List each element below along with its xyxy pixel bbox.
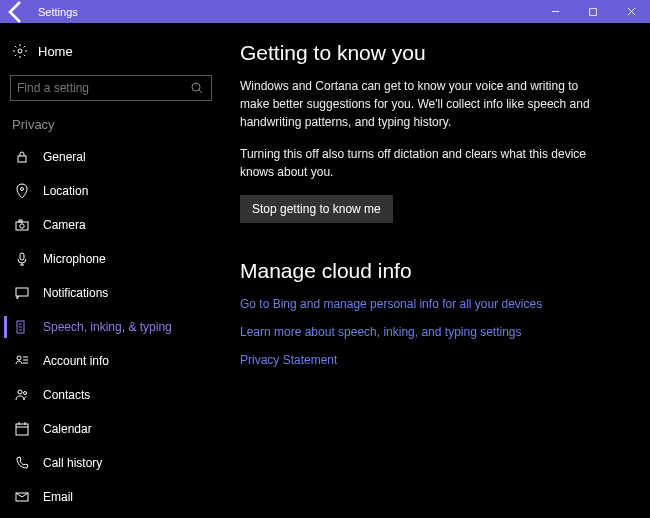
sidebar-item-label: Location: [43, 184, 88, 198]
search-box[interactable]: [10, 75, 212, 101]
sidebar-item-label: General: [43, 150, 86, 164]
close-button[interactable]: [612, 0, 650, 23]
page-heading: Getting to know you: [240, 41, 628, 65]
calendar-icon: [14, 421, 30, 437]
lock-icon: [14, 149, 30, 165]
sidebar-item-contacts[interactable]: Contacts: [0, 378, 222, 412]
section-heading: Manage cloud info: [240, 259, 628, 283]
sidebar-item-label: Camera: [43, 218, 86, 232]
svg-point-8: [20, 224, 24, 228]
svg-rect-11: [16, 288, 28, 296]
sidebar-item-label: Contacts: [43, 388, 90, 402]
description-text: Windows and Cortana can get to know your…: [240, 77, 610, 131]
window-title: Settings: [32, 6, 78, 18]
notifications-icon: [14, 285, 30, 301]
sidebar-item-general[interactable]: General: [0, 140, 222, 174]
sidebar-item-account-info[interactable]: Account info: [0, 344, 222, 378]
sidebar-item-label: Notifications: [43, 286, 108, 300]
privacy-statement-link[interactable]: Privacy Statement: [240, 353, 628, 367]
description-text: Turning this off also turns off dictatio…: [240, 145, 610, 181]
titlebar: Settings: [0, 0, 650, 23]
sidebar-item-tasks[interactable]: Tasks: [0, 514, 222, 518]
svg-point-2: [18, 49, 22, 53]
phone-icon: [14, 455, 30, 471]
stop-getting-to-know-me-button[interactable]: Stop getting to know me: [240, 195, 393, 223]
email-icon: [14, 489, 30, 505]
bing-personal-info-link[interactable]: Go to Bing and manage personal info for …: [240, 297, 628, 311]
sidebar-item-calendar[interactable]: Calendar: [0, 412, 222, 446]
svg-point-20: [18, 390, 22, 394]
back-button[interactable]: [0, 0, 32, 23]
sidebar-item-notifications[interactable]: Notifications: [0, 276, 222, 310]
svg-point-6: [21, 188, 24, 191]
search-icon: [189, 80, 205, 96]
svg-point-21: [24, 392, 27, 395]
section-label: Privacy: [0, 115, 222, 140]
home-button[interactable]: Home: [0, 35, 222, 67]
sidebar-item-label: Account info: [43, 354, 109, 368]
learn-more-link[interactable]: Learn more about speech, inking, and typ…: [240, 325, 628, 339]
camera-icon: [14, 217, 30, 233]
sidebar-item-location[interactable]: Location: [0, 174, 222, 208]
svg-rect-7: [16, 222, 28, 230]
contacts-icon: [14, 387, 30, 403]
minimize-button[interactable]: [536, 0, 574, 23]
microphone-icon: [14, 251, 30, 267]
sidebar-item-label: Speech, inking, & typing: [43, 320, 172, 334]
maximize-button[interactable]: [574, 0, 612, 23]
location-icon: [14, 183, 30, 199]
sidebar-item-call-history[interactable]: Call history: [0, 446, 222, 480]
sidebar-item-label: Microphone: [43, 252, 106, 266]
svg-rect-5: [18, 156, 26, 162]
sidebar-item-label: Email: [43, 490, 73, 504]
sidebar-item-camera[interactable]: Camera: [0, 208, 222, 242]
sidebar-item-email[interactable]: Email: [0, 480, 222, 514]
svg-line-4: [199, 90, 202, 93]
svg-point-16: [17, 356, 21, 360]
sidebar: Home Privacy General Location Camera Mic…: [0, 23, 222, 518]
svg-rect-22: [16, 424, 28, 435]
main-content: Getting to know you Windows and Cortana …: [222, 23, 650, 518]
gear-icon: [12, 43, 28, 59]
speech-icon: [14, 319, 30, 335]
account-icon: [14, 353, 30, 369]
sidebar-item-label: Call history: [43, 456, 102, 470]
svg-rect-10: [20, 253, 24, 260]
sidebar-item-speech-inking-typing[interactable]: Speech, inking, & typing: [0, 310, 222, 344]
sidebar-item-microphone[interactable]: Microphone: [0, 242, 222, 276]
search-input[interactable]: [17, 81, 189, 95]
svg-point-3: [192, 83, 200, 91]
home-label: Home: [38, 44, 73, 59]
sidebar-item-label: Calendar: [43, 422, 92, 436]
window-controls: [536, 0, 650, 23]
svg-rect-9: [19, 220, 22, 222]
svg-rect-1: [590, 8, 597, 15]
